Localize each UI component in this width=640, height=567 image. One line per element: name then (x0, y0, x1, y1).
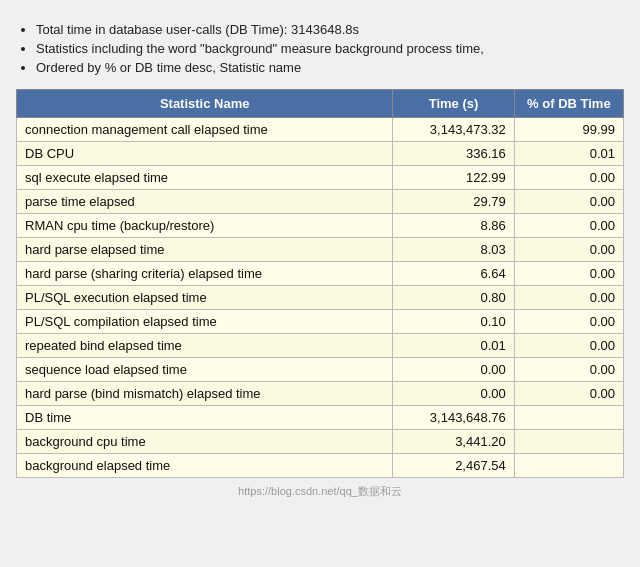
table-row: DB CPU336.160.01 (17, 142, 624, 166)
table-cell-8-1: 0.10 (393, 310, 514, 334)
table-cell-14-2 (514, 454, 623, 478)
table-row: connection management call elapsed time3… (17, 118, 624, 142)
table-row: DB time3,143,648.76 (17, 406, 624, 430)
stats-table: Statistic Name Time (s) % of DB Time con… (16, 89, 624, 478)
table-cell-12-2 (514, 406, 623, 430)
table-row: repeated bind elapsed time0.010.00 (17, 334, 624, 358)
table-row: background cpu time3,441.20 (17, 430, 624, 454)
watermark: https://blog.csdn.net/qq_数据和云 (16, 484, 624, 499)
table-cell-1-0: DB CPU (17, 142, 393, 166)
table-row: parse time elapsed29.790.00 (17, 190, 624, 214)
table-row: RMAN cpu time (backup/restore)8.860.00 (17, 214, 624, 238)
table-cell-3-0: parse time elapsed (17, 190, 393, 214)
table-cell-5-1: 8.03 (393, 238, 514, 262)
table-row: sql execute elapsed time122.990.00 (17, 166, 624, 190)
table-row: hard parse elapsed time8.030.00 (17, 238, 624, 262)
table-cell-6-2: 0.00 (514, 262, 623, 286)
table-row: hard parse (sharing criteria) elapsed ti… (17, 262, 624, 286)
table-row: background elapsed time2,467.54 (17, 454, 624, 478)
table-cell-6-0: hard parse (sharing criteria) elapsed ti… (17, 262, 393, 286)
table-cell-7-2: 0.00 (514, 286, 623, 310)
table-cell-1-1: 336.16 (393, 142, 514, 166)
bullet-item-1: Statistics including the word "backgroun… (36, 41, 624, 56)
table-row: hard parse (bind mismatch) elapsed time0… (17, 382, 624, 406)
table-cell-5-2: 0.00 (514, 238, 623, 262)
bullet-item-0: Total time in database user-calls (DB Ti… (36, 22, 624, 37)
table-row: sequence load elapsed time0.000.00 (17, 358, 624, 382)
table-cell-13-0: background cpu time (17, 430, 393, 454)
table-cell-2-1: 122.99 (393, 166, 514, 190)
table-cell-4-1: 8.86 (393, 214, 514, 238)
table-cell-8-0: PL/SQL compilation elapsed time (17, 310, 393, 334)
table-body: connection management call elapsed time3… (17, 118, 624, 478)
table-cell-4-2: 0.00 (514, 214, 623, 238)
table-cell-10-1: 0.00 (393, 358, 514, 382)
header-statistic-name: Statistic Name (17, 90, 393, 118)
table-cell-9-2: 0.00 (514, 334, 623, 358)
header-time: Time (s) (393, 90, 514, 118)
table-cell-4-0: RMAN cpu time (backup/restore) (17, 214, 393, 238)
table-cell-2-2: 0.00 (514, 166, 623, 190)
table-cell-12-0: DB time (17, 406, 393, 430)
table-cell-13-2 (514, 430, 623, 454)
table-cell-1-2: 0.01 (514, 142, 623, 166)
bullet-item-2: Ordered by % or DB time desc, Statistic … (36, 60, 624, 75)
table-row: PL/SQL execution elapsed time0.800.00 (17, 286, 624, 310)
table-cell-3-2: 0.00 (514, 190, 623, 214)
table-cell-0-0: connection management call elapsed time (17, 118, 393, 142)
table-cell-11-0: hard parse (bind mismatch) elapsed time (17, 382, 393, 406)
table-cell-7-0: PL/SQL execution elapsed time (17, 286, 393, 310)
table-cell-5-0: hard parse elapsed time (17, 238, 393, 262)
table-cell-14-0: background elapsed time (17, 454, 393, 478)
table-row: PL/SQL compilation elapsed time0.100.00 (17, 310, 624, 334)
table-cell-0-1: 3,143,473.32 (393, 118, 514, 142)
table-cell-10-2: 0.00 (514, 358, 623, 382)
table-cell-6-1: 6.64 (393, 262, 514, 286)
table-cell-8-2: 0.00 (514, 310, 623, 334)
table-cell-13-1: 3,441.20 (393, 430, 514, 454)
table-cell-11-1: 0.00 (393, 382, 514, 406)
table-cell-9-0: repeated bind elapsed time (17, 334, 393, 358)
table-cell-12-1: 3,143,648.76 (393, 406, 514, 430)
table-cell-3-1: 29.79 (393, 190, 514, 214)
bullet-list: Total time in database user-calls (DB Ti… (16, 22, 624, 75)
table-cell-9-1: 0.01 (393, 334, 514, 358)
table-cell-7-1: 0.80 (393, 286, 514, 310)
table-cell-0-2: 99.99 (514, 118, 623, 142)
table-cell-2-0: sql execute elapsed time (17, 166, 393, 190)
table-cell-10-0: sequence load elapsed time (17, 358, 393, 382)
table-cell-14-1: 2,467.54 (393, 454, 514, 478)
table-cell-11-2: 0.00 (514, 382, 623, 406)
header-pct-db-time: % of DB Time (514, 90, 623, 118)
